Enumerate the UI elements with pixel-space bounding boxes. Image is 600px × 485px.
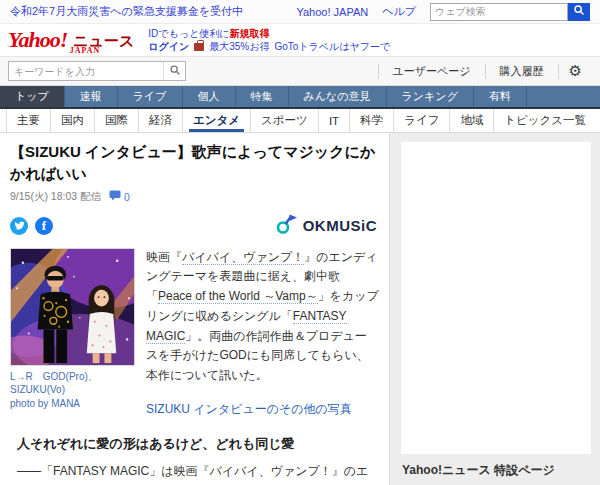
keyword-search-button[interactable] [163,62,185,80]
nav-tab-kojin[interactable]: 個人 [183,86,236,107]
article-media-row: L→R GOD(Pro)、SIZUKU(Vo) photo by MANA 映画… [10,248,379,419]
category-shuyo[interactable]: 主要 [6,109,51,132]
comment-count: 0 [124,191,130,203]
comment-bubble-icon [109,190,121,203]
category-keizai[interactable]: 経済 [139,109,183,132]
user-page-link[interactable]: ユーザーページ [378,64,485,79]
donation-notice-link[interactable]: 令和2年7月大雨災害への緊急支援募金を受付中 [10,4,243,19]
sale-promo-link[interactable]: 最大35%お得 [209,40,269,53]
ad-placeholder[interactable] [401,142,591,454]
topics-list-link[interactable]: トピックス一覧 [504,113,594,128]
shopping-bag-icon [194,43,204,51]
article-column: 【SIZUKU インタビュー】歌声によってマジックにかかればいい 9/15(火)… [0,133,390,485]
nav-tab-opinions[interactable]: みんなの意見 [289,86,387,107]
purchase-history-link[interactable]: 購入履歴 [485,64,559,79]
photo-caption-line2: photo by MANA [10,397,137,411]
photo-caption[interactable]: L→R GOD(Pro)、SIZUKU(Vo) photo by MANA [10,370,137,411]
yahoo-japan-link[interactable]: Yahoo! JAPAN [296,6,368,18]
article-lead-paragraph: 映画『バイバイ、ヴァンプ！』のエンディングテーマを表題曲に据え、劇中歌「Peac… [146,248,379,387]
yahoo-news-logo[interactable]: Yahoo! JAPAN ニュース [8,29,134,51]
promo-id-text: IDでもっと便利に [148,28,229,39]
site-header: Yahoo! JAPAN ニュース IDでもっと便利に新規取得 ログイン 最大3… [0,24,600,56]
keyword-search-box [8,61,186,81]
photo-person-sizuku [87,285,116,363]
content-area: 【SIZUKU インタビュー】歌声によってマジックにかかればいい 9/15(火)… [0,133,600,485]
facebook-share-button[interactable]: f [35,217,53,235]
category-sports[interactable]: スポーツ [251,109,319,132]
article-title: 【SIZUKU インタビュー】歌声によってマジックにかかればいい [10,141,379,185]
facebook-icon: f [42,218,46,234]
more-photos-link[interactable]: SIZUKU インタビューのその他の写真 [146,401,352,418]
top-utility-bar: 令和2年7月大雨災害への緊急支援募金を受付中 Yahoo! JAPAN ヘルプ [0,0,600,24]
article-figure: L→R GOD(Pro)、SIZUKU(Vo) photo by MANA [10,248,137,419]
nav-tab-paid[interactable]: 有料 [474,86,527,107]
keyword-search-row: ユーザーページ 購入履歴 ⚙ [0,56,600,86]
keyword-search-input[interactable] [9,66,163,77]
article-meta: 9/15(火) 18:03 配信 0 [10,190,379,204]
web-search-input[interactable] [430,3,568,21]
category-chiiki[interactable]: 地域 [450,109,494,132]
body-text: 映画『 [146,250,182,264]
section-heading: 人それぞれに愛の形はあるけど、どれも同じ愛 [17,435,379,453]
article-photo[interactable] [10,248,135,366]
category-kokunai[interactable]: 国内 [51,109,95,132]
main-navigation: トップ 速報 ライブ 個人 特集 みんなの意見 ランキング 有料 [0,86,600,109]
web-search-form [430,3,590,21]
yahoo-japan-logo-text: JAPAN [70,46,101,55]
goto-travel-link[interactable]: GoToトラベルはヤフーで [274,40,390,53]
account-links: ユーザーページ 購入履歴 [378,64,559,79]
search-icon [573,4,585,19]
twitter-share-button[interactable] [10,217,28,235]
nav-tab-top[interactable]: トップ [0,86,65,107]
category-entame[interactable]: エンタメ [183,109,251,132]
provider-logo[interactable]: OKMUSiC [275,212,379,240]
keyword-link-song1[interactable]: Peace of the World ～Vamp～ [158,289,318,304]
yahoo-logo-text: Yahoo! [8,29,67,51]
category-kagaku[interactable]: 科学 [350,109,394,132]
comment-count-link[interactable]: 0 [109,190,130,203]
okmusic-logo-icon [275,212,299,240]
search-icon [169,64,181,79]
login-promo-block: IDでもっと便利に新規取得 ログイン 最大35%お得 GoToトラベルはヤフーで [148,27,390,53]
help-link[interactable]: ヘルプ [382,4,416,19]
special-page-label[interactable]: Yahoo!ニュース 特設ページ [390,462,600,479]
share-row: f OKMUSiC [10,212,379,240]
login-link[interactable]: ログイン [148,40,189,53]
interview-question-paragraph: ――「FANTASY MAGIC」は映画『バイバイ、ヴァンプ！』のエンディングテ… [17,461,379,485]
nav-tab-live[interactable]: ライブ [118,86,183,107]
signup-link[interactable]: 新規取得 [229,28,269,39]
twitter-icon [14,217,25,235]
publish-date: 9/15(火) 18:03 配信 [10,190,101,204]
photo-caption-line1: L→R GOD(Pro)、SIZUKU(Vo) [10,370,137,397]
keyword-link-movie[interactable]: バイバイ、ヴァンプ！ [182,250,304,265]
nav-tab-tokushu[interactable]: 特集 [236,86,289,107]
category-life[interactable]: ライフ [394,109,450,132]
article-body-column: 映画『バイバイ、ヴァンプ！』のエンディングテーマを表題曲に据え、劇中歌「Peac… [146,248,379,419]
sidebar: Yahoo!ニュース 特設ページ [390,133,600,485]
gear-icon[interactable]: ⚙ [559,62,592,80]
web-search-button[interactable] [568,3,590,21]
nav-tab-sokuho[interactable]: 速報 [65,86,118,107]
category-it[interactable]: IT [319,109,350,132]
nav-tab-ranking[interactable]: ランキング [387,86,474,107]
category-kokusai[interactable]: 国際 [95,109,139,132]
provider-name: OKMUSiC [303,217,377,234]
category-navigation: 主要 国内 国際 経済 エンタメ スポーツ IT 科学 ライフ 地域 トピックス… [0,109,600,133]
